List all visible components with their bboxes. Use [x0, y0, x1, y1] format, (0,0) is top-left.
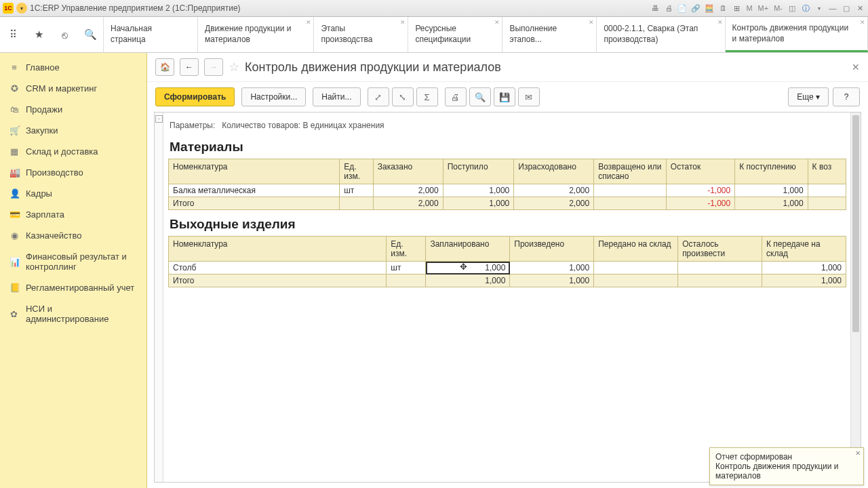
tabs-container: Начальная страницаДвижение продукции и м…: [104, 17, 868, 52]
table-row[interactable]: Балка металлическаяшт2,0001,0002,000-1,0…: [169, 184, 846, 197]
vertical-scrollbar[interactable]: [850, 113, 861, 482]
tab-close-icon[interactable]: ✕: [494, 19, 500, 27]
col-header: Номенклатура: [169, 159, 340, 184]
window-titlebar: 1C ▾ 1С:ERP Управление предприятием 2 (1…: [0, 0, 868, 17]
tab-close-icon[interactable]: ✕: [717, 19, 723, 27]
mail-icon[interactable]: ✉: [518, 87, 540, 106]
sidebar-item[interactable]: 👤Кадры: [0, 183, 146, 204]
history-icon[interactable]: ⎋: [58, 28, 71, 41]
tab[interactable]: Движение продукции и материалов✕: [198, 17, 314, 52]
sidebar-item[interactable]: 🛒Закупки: [0, 120, 146, 141]
tab[interactable]: Контроль движения продукции и материалов…: [726, 17, 868, 52]
help-button[interactable]: ?: [833, 87, 860, 106]
sidebar-item-label: НСИ и администрирование: [26, 304, 137, 324]
sidebar-item[interactable]: 📒Регламентированный учет: [0, 277, 146, 298]
grid-icon[interactable]: ⊞: [731, 3, 742, 14]
col-header: Номенклатура: [169, 237, 387, 262]
settings-button[interactable]: Настройки...: [241, 87, 306, 106]
sidebar-item-label: Закупки: [26, 125, 58, 136]
generate-button[interactable]: Сформировать: [155, 87, 235, 106]
sidebar-item[interactable]: ◉Казначейство: [0, 225, 146, 246]
info-dropdown-icon[interactable]: ▾: [814, 3, 825, 14]
tab-close-icon[interactable]: ✕: [860, 19, 865, 27]
col-header: Произведено: [510, 237, 594, 262]
sidebar-item-label: Продажи: [26, 104, 62, 115]
sidebar-item-label: Регламентированный учет: [26, 283, 134, 293]
panel-icon[interactable]: ◫: [787, 3, 797, 14]
sidebar-item-label: Зарплата: [26, 209, 64, 220]
quick-toolbar: ⠿ ★ ⎋ 🔍: [0, 17, 104, 52]
link-icon[interactable]: 🔗: [690, 3, 701, 14]
sidebar-item-label: CRM и маркетинг: [26, 83, 97, 94]
sum-icon[interactable]: Σ: [416, 87, 438, 106]
sidebar-item-icon: ▦: [9, 146, 19, 157]
tab-close-icon[interactable]: ✕: [589, 19, 594, 27]
table-total-row: Итого1,0001,0001,000: [169, 274, 846, 287]
home-button[interactable]: 🏠: [155, 58, 174, 76]
sidebar-item[interactable]: 📊Финансовый результат и контроллинг: [0, 246, 146, 277]
col-header: Возвращено или списано: [594, 159, 667, 184]
collapse-groups-icon[interactable]: ⤡: [392, 87, 414, 106]
sidebar-item-label: Главное: [26, 62, 60, 73]
memory-m-minus[interactable]: M-: [772, 4, 784, 12]
window-close[interactable]: ✕: [854, 3, 865, 14]
calc-icon[interactable]: 🧮: [704, 3, 715, 14]
sidebar-item[interactable]: 🏭Производство: [0, 162, 146, 183]
window-maximize[interactable]: ▢: [841, 3, 852, 14]
tab-close-icon[interactable]: ✕: [306, 19, 311, 27]
sidebar-item[interactable]: ✪CRM и маркетинг: [0, 78, 146, 99]
tab[interactable]: 0000-2.1.1, Сварка (Этап производства)✕: [597, 17, 725, 52]
sidebar-item-icon: ≡: [9, 62, 19, 73]
expand-groups-icon[interactable]: ⤢: [368, 87, 389, 106]
sidebar-item-icon: 📊: [9, 257, 19, 267]
more-button[interactable]: Еще ▾: [788, 87, 829, 106]
memory-m-plus[interactable]: M+: [757, 4, 770, 12]
sidebar-item[interactable]: ≡Главное: [0, 57, 146, 78]
info-icon[interactable]: ⓘ: [800, 3, 811, 14]
preview-icon[interactable]: 🔍: [469, 87, 491, 106]
page-close-button[interactable]: ✕: [852, 62, 860, 73]
favorite-icon[interactable]: ★: [32, 28, 45, 41]
memory-m[interactable]: M: [745, 4, 753, 12]
table-row[interactable]: Столбшт1,000✥1,0001,000: [169, 262, 846, 274]
collapse-toggle[interactable]: -: [155, 115, 163, 123]
apps-icon[interactable]: ⠿: [6, 28, 20, 41]
col-header: Поступило: [443, 159, 514, 184]
scroll-thumb[interactable]: [852, 115, 859, 332]
window-minimize[interactable]: —: [827, 3, 838, 14]
sidebar-item[interactable]: 💳Зарплата: [0, 204, 146, 225]
table-total-row: Итого2,0001,0002,000-1,0001,000: [169, 197, 846, 210]
print-icon[interactable]: 🖨: [663, 3, 674, 14]
tab[interactable]: Ресурсные спецификации✕: [408, 17, 502, 52]
col-header: Ед. изм.: [387, 237, 426, 262]
materials-section-title: Материалы: [170, 140, 856, 155]
tab[interactable]: Начальная страница: [104, 17, 198, 52]
save-icon[interactable]: 💾: [494, 87, 515, 106]
collapse-gutter: -: [155, 113, 163, 482]
print-icon[interactable]: 🖨: [445, 87, 467, 106]
tab[interactable]: Выполнение этапов...✕: [502, 17, 597, 52]
star-icon[interactable]: ☆: [229, 60, 239, 75]
toast-body: Контроль движения продукции и материалов: [715, 462, 858, 481]
app-logo: 1C: [3, 3, 14, 14]
doc-icon[interactable]: 📄: [677, 3, 688, 14]
toast-close-icon[interactable]: ✕: [855, 449, 861, 457]
sidebar-item-icon: 📒: [9, 283, 19, 293]
app-menu-dropdown[interactable]: ▾: [16, 3, 27, 14]
sidebar-item[interactable]: ✿НСИ и администрирование: [0, 298, 146, 329]
tab-close-icon[interactable]: ✕: [400, 19, 406, 27]
calendar-icon[interactable]: 🗓: [717, 3, 728, 14]
find-button[interactable]: Найти...: [313, 87, 360, 106]
sidebar-item-label: Казначейство: [26, 230, 81, 241]
sidebar-item[interactable]: 🛍Продажи: [0, 99, 146, 120]
sidebar-item-label: Склад и доставка: [26, 146, 98, 157]
nav-back-button[interactable]: ←: [180, 58, 199, 76]
sidebar-item-icon: ✪: [9, 83, 19, 94]
col-header: К передаче на склад: [762, 237, 846, 262]
report-area: - Параметры: Количество товаров: В едини…: [154, 112, 861, 483]
print-preview-icon[interactable]: 🖶: [650, 3, 660, 14]
tab[interactable]: Этапы производства✕: [314, 17, 408, 52]
sidebar-item[interactable]: ▦Склад и доставка: [0, 141, 146, 162]
search-icon[interactable]: 🔍: [83, 28, 97, 41]
nav-forward-button[interactable]: →: [204, 58, 223, 76]
